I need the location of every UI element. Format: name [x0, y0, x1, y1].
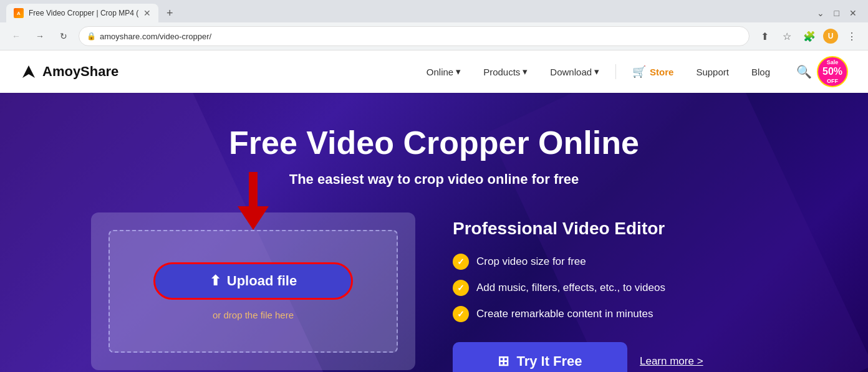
upload-btn-label: Upload file — [227, 273, 297, 289]
feature-label-3: Create remarkable content in minutes — [476, 308, 653, 320]
nav-links: Online ▾ Products ▾ Download ▾ 🛒 Store S… — [418, 60, 779, 83]
forward-button[interactable]: → — [31, 27, 49, 45]
url-text: amoyshare.com/video-cropper/ — [100, 32, 211, 41]
address-bar: ← → ↻ 🔒 amoyshare.com/video-cropper/ ⬆ ☆… — [0, 22, 868, 50]
right-panel-title: Professional Video Editor — [453, 219, 777, 239]
upload-icon: ⬆ — [210, 273, 221, 289]
reload-button[interactable]: ↻ — [55, 27, 72, 45]
sale-label: Sale — [827, 59, 839, 66]
check-icon-2: ✓ — [453, 280, 469, 296]
feature-list: ✓ Crop video size for free ✓ Add music, … — [453, 254, 777, 322]
new-tab-button[interactable]: + — [161, 4, 178, 22]
tab-close-button[interactable]: ✕ — [143, 8, 151, 18]
nav-online-label: Online — [427, 67, 453, 77]
nav-products-label: Products — [483, 67, 520, 77]
upload-dropzone[interactable]: ⬆ Upload file or drop the file here — [109, 230, 398, 353]
try-free-button[interactable]: ⊞ Try It Free — [453, 342, 627, 372]
try-free-label: Try It Free — [516, 353, 582, 370]
upload-panel: ⬆ Upload file or drop the file here — [91, 212, 415, 370]
nav-download-label: Download — [550, 67, 592, 77]
learn-more-link[interactable]: Learn more > — [640, 355, 703, 368]
logo[interactable]: AmoyShare — [20, 63, 118, 80]
sale-badge[interactable]: Sale 50% OFF — [817, 56, 848, 87]
nav-store-label: Store — [650, 67, 673, 77]
url-bar[interactable]: 🔒 amoyshare.com/video-cropper/ — [79, 26, 750, 46]
nav-download-chevron: ▾ — [594, 66, 599, 77]
hero-section: Free Video Cropper Online The easiest wa… — [0, 93, 868, 372]
window-controls: ⌄ □ ✕ — [817, 8, 862, 18]
right-panel: Professional Video Editor ✓ Crop video s… — [453, 212, 777, 372]
active-tab[interactable]: A Free Video Cropper | Crop MP4 ( ✕ — [6, 4, 158, 22]
navbar: AmoyShare Online ▾ Products ▾ Download ▾… — [0, 50, 868, 93]
tab-bar: A Free Video Cropper | Crop MP4 ( ✕ + ⌄ … — [0, 0, 868, 22]
drop-text: or drop the file here — [213, 310, 294, 320]
feature-label-2: Add music, filters, effects, etc., to vi… — [476, 282, 665, 294]
profile-button[interactable]: U — [823, 29, 838, 44]
logo-icon — [20, 63, 37, 80]
nav-support-label: Support — [696, 67, 729, 77]
sale-percentage: 50% — [822, 65, 842, 77]
feature-item-2: ✓ Add music, filters, effects, etc., to … — [453, 280, 777, 296]
feature-item-3: ✓ Create remarkable content in minutes — [453, 306, 777, 322]
feature-item-1: ✓ Crop video size for free — [453, 254, 777, 270]
nav-products-chevron: ▾ — [523, 66, 528, 77]
arrow-stem — [249, 172, 258, 206]
nav-products[interactable]: Products ▾ — [475, 61, 536, 82]
cta-row: ⊞ Try It Free Learn more > — [453, 342, 777, 372]
nav-blog[interactable]: Blog — [743, 62, 779, 82]
nav-divider — [615, 64, 616, 79]
tab-favicon: A — [14, 8, 24, 18]
svg-marker-0 — [22, 65, 35, 78]
extensions-button[interactable]: 🧩 — [801, 27, 818, 45]
hero-subtitle: The easiest way to crop video online for… — [289, 171, 579, 188]
cart-icon: 🛒 — [632, 65, 646, 79]
windows-icon: ⊞ — [498, 353, 509, 370]
nav-blog-label: Blog — [751, 67, 770, 77]
upload-file-button[interactable]: ⬆ Upload file — [153, 262, 353, 300]
nav-online-chevron: ▾ — [456, 66, 461, 77]
share-button[interactable]: ⬆ — [756, 27, 773, 45]
arrow-indicator — [238, 172, 269, 230]
hero-title: Free Video Cropper Online — [229, 124, 639, 161]
close-window-button[interactable]: ✕ — [849, 8, 857, 18]
nav-support[interactable]: Support — [687, 62, 738, 82]
nav-store[interactable]: 🛒 Store — [624, 60, 682, 83]
lock-icon: 🔒 — [87, 32, 96, 41]
maximize-button[interactable]: □ — [834, 8, 839, 18]
nav-online[interactable]: Online ▾ — [418, 61, 470, 82]
menu-button[interactable]: ⋮ — [843, 27, 861, 45]
website-content: AmoyShare Online ▾ Products ▾ Download ▾… — [0, 50, 868, 372]
search-icon[interactable]: 🔍 — [791, 59, 817, 84]
browser-chrome: A Free Video Cropper | Crop MP4 ( ✕ + ⌄ … — [0, 0, 868, 50]
browser-actions: ⬆ ☆ 🧩 U ⋮ — [756, 27, 861, 45]
check-icon-3: ✓ — [453, 306, 469, 322]
minimize-button[interactable]: ⌄ — [817, 8, 824, 18]
feature-label-1: Crop video size for free — [476, 255, 586, 268]
check-icon-1: ✓ — [453, 254, 469, 270]
logo-text: AmoyShare — [42, 64, 118, 80]
sale-off-label: OFF — [827, 78, 838, 85]
nav-download[interactable]: Download ▾ — [541, 61, 608, 82]
tab-title: Free Video Cropper | Crop MP4 ( — [29, 9, 138, 17]
bookmark-button[interactable]: ☆ — [778, 27, 796, 45]
hero-content: ⬆ Upload file or drop the file here Prof… — [91, 212, 777, 372]
back-button[interactable]: ← — [7, 27, 25, 45]
arrow-head — [238, 206, 269, 230]
